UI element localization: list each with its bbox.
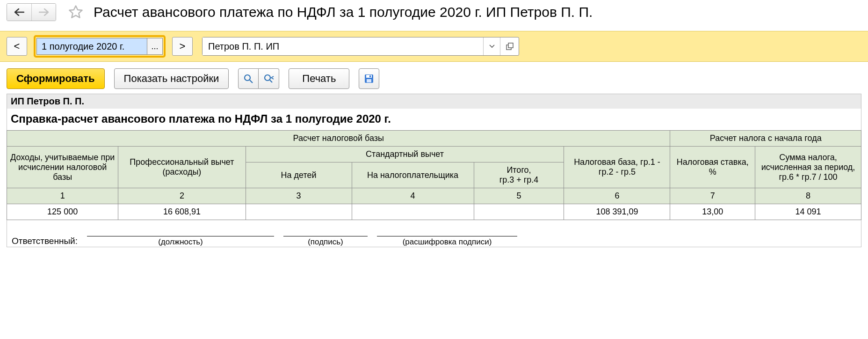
group-base-header: Расчет налоговой базы	[7, 131, 670, 147]
signature-fullname-caption: (расшифровка подписи)	[403, 236, 492, 247]
cell-3[interactable]	[246, 204, 352, 220]
coln-5: 5	[474, 188, 564, 204]
cell-6[interactable]: 108 391,09	[564, 204, 670, 220]
coln-3: 3	[246, 188, 352, 204]
open-external-icon	[506, 43, 514, 50]
back-button[interactable]	[7, 4, 31, 21]
entity-open-button[interactable]	[500, 37, 519, 55]
svg-rect-8	[367, 79, 371, 82]
col1-header: Доходы, учитываемые при исчислении налог…	[7, 147, 118, 188]
period-picker-button[interactable]: ...	[147, 38, 163, 55]
search-button-group	[238, 68, 279, 89]
col5-header: Итого, гр.3 + гр.4	[474, 162, 564, 188]
col7-header: Налоговая ставка, %	[670, 147, 755, 188]
filter-bar: < ... >	[0, 31, 868, 62]
history-nav	[7, 3, 56, 21]
generate-button[interactable]: Сформировать	[7, 68, 105, 89]
col8-header: Сумма налога, исчисленная за период, гр.…	[755, 147, 861, 188]
signature-block: Ответственный: (должность) (подпись) (ра…	[7, 220, 861, 247]
std-group-header: Стандартный вычет	[246, 147, 564, 162]
period-next-button[interactable]: >	[172, 37, 193, 56]
report-org: ИП Петров П. П.	[7, 94, 861, 109]
col6-header: Налоговая база, гр.1 - гр.2 - гр.5	[564, 147, 670, 188]
entity-field	[202, 37, 519, 56]
save-button[interactable]	[359, 68, 379, 89]
entity-input[interactable]	[203, 37, 483, 55]
svg-rect-9	[369, 75, 371, 77]
svg-point-4	[265, 75, 270, 81]
search-back-icon	[263, 74, 275, 84]
toolbar: Сформировать Показать настройки Печать	[0, 62, 868, 94]
coln-6: 6	[564, 188, 670, 204]
period-field-wrapper: ...	[34, 35, 166, 58]
col2-header: Профессиональный вычет (расходы)	[118, 147, 246, 188]
cell-1[interactable]: 125 000	[7, 204, 118, 220]
signature-position-caption: (должность)	[158, 236, 203, 247]
cell-4[interactable]	[352, 204, 474, 220]
signature-position-field: (должность)	[87, 236, 274, 247]
svg-line-3	[250, 80, 253, 83]
signature-fullname-field: (расшифровка подписи)	[377, 236, 517, 247]
find-prev-button[interactable]	[259, 68, 279, 89]
search-icon	[243, 74, 253, 84]
data-row: 125 000 16 608,91 108 391,09 13,00 14 09…	[7, 204, 861, 220]
svg-line-5	[270, 80, 272, 82]
page-title: Расчет авансового платежа по НДФЛ за 1 п…	[94, 4, 593, 20]
report-title: Справка-расчет авансового платежа по НДФ…	[7, 109, 861, 130]
coln-2: 2	[118, 188, 246, 204]
cell-7[interactable]: 13,00	[670, 204, 755, 220]
coln-7: 7	[670, 188, 755, 204]
period-prev-button[interactable]: <	[7, 37, 27, 56]
forward-button[interactable]	[31, 4, 56, 21]
signature-sign-caption: (подпись)	[308, 236, 343, 247]
topbar: Расчет авансового платежа по НДФЛ за 1 п…	[0, 0, 868, 22]
print-button[interactable]: Печать	[289, 68, 349, 89]
star-icon	[68, 4, 84, 20]
signature-sign-field: (подпись)	[283, 236, 368, 247]
floppy-disk-icon	[364, 74, 374, 83]
chevron-down-icon	[489, 44, 495, 48]
column-number-row: 1 2 3 4 5 6 7 8	[7, 188, 861, 204]
svg-point-2	[245, 75, 250, 81]
arrow-right-icon	[39, 8, 49, 16]
signature-label: Ответственный:	[12, 236, 78, 246]
report-area: ИП Петров П. П. Справка-расчет авансовог…	[0, 94, 868, 261]
col3-header: На детей	[246, 162, 352, 188]
coln-4: 4	[352, 188, 474, 204]
svg-rect-1	[508, 43, 513, 48]
entity-dropdown-button[interactable]	[483, 37, 500, 55]
favorite-star[interactable]	[66, 3, 85, 22]
cell-2[interactable]: 16 608,91	[118, 204, 246, 220]
svg-rect-7	[366, 75, 372, 78]
group-tax-header: Расчет налога с начала года	[670, 131, 861, 147]
show-settings-button[interactable]: Показать настройки	[114, 68, 229, 89]
find-button[interactable]	[238, 68, 259, 89]
coln-1: 1	[7, 188, 118, 204]
cell-5[interactable]	[474, 204, 564, 220]
report-table: Расчет налоговой базы Расчет налога с на…	[7, 130, 861, 220]
cell-8[interactable]: 14 091	[755, 204, 861, 220]
period-input[interactable]	[36, 38, 147, 55]
col4-header: На налогоплательщика	[352, 162, 474, 188]
coln-8: 8	[755, 188, 861, 204]
arrow-left-icon	[14, 8, 24, 16]
